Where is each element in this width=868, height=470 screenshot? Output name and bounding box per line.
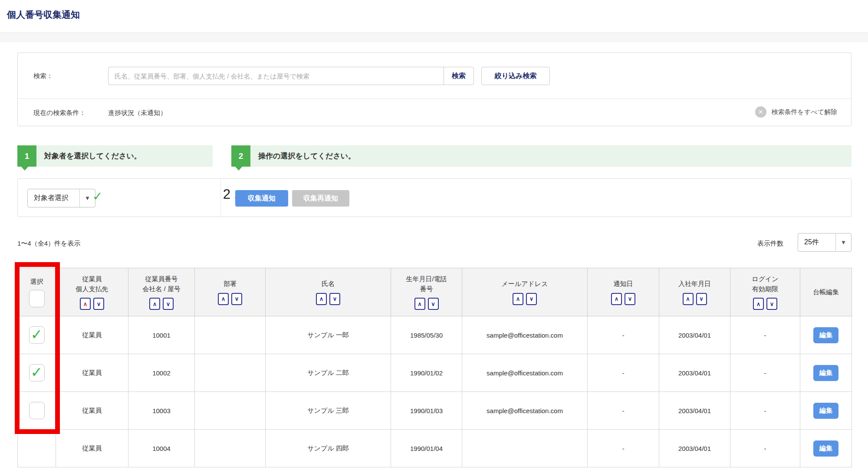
target-select-value: 対象者選択: [28, 189, 79, 207]
select-cell: [18, 392, 56, 430]
column-header-label: ログイン: [731, 274, 799, 284]
sort-desc-button[interactable]: ∨: [696, 293, 707, 305]
edit-button[interactable]: 編集: [813, 403, 838, 419]
sort-asc-button[interactable]: ∧: [611, 293, 622, 305]
table-cell: サンプル 二郎: [266, 354, 391, 392]
table-row: 従業員10002サンプル 二郎1990/01/02sample@officest…: [18, 354, 852, 392]
row-checkbox[interactable]: [29, 364, 45, 381]
column-header: 氏名∧∨: [266, 268, 391, 316]
sort-asc-button[interactable]: ∧: [513, 293, 523, 305]
select-cell: [18, 430, 56, 467]
filter-search-button[interactable]: 絞り込み検索: [481, 67, 550, 85]
select-cell: [18, 354, 56, 392]
collect-renotify-button[interactable]: 収集再通知: [292, 190, 349, 207]
table-cell: 従業員: [56, 392, 128, 430]
result-range-text: 1〜4（全4）件を表示: [17, 240, 80, 248]
edit-button[interactable]: 編集: [813, 327, 838, 343]
column-header-label: 氏名: [266, 279, 390, 289]
sort-controls: ∧∨: [129, 298, 194, 310]
select-all-checkbox[interactable]: [29, 290, 45, 307]
sort-controls: ∧∨: [731, 298, 799, 310]
sort-desc-button[interactable]: ∨: [93, 298, 104, 310]
edit-cell: 編集: [800, 316, 852, 354]
table-cell: sample@officestation.com: [462, 392, 588, 430]
sort-desc-button[interactable]: ∨: [329, 293, 340, 305]
sort-controls: ∧∨: [57, 298, 127, 310]
sort-asc-button[interactable]: ∧: [683, 293, 694, 305]
table-cell: 1990/01/03: [391, 392, 462, 430]
row-checkbox[interactable]: [29, 326, 45, 344]
chevron-down-icon: ▼: [835, 233, 851, 251]
results-table: 選択従業員個人支払先∧∨従業員番号会社名 / 屋号∧∨部署∧∨氏名∧∨生年月日/…: [17, 268, 852, 467]
column-header-label: 従業員: [57, 274, 127, 284]
sort-asc-button[interactable]: ∧: [753, 298, 764, 310]
table-cell: sample@officestation.com: [462, 354, 588, 392]
edit-cell: 編集: [800, 392, 852, 430]
column-header-label: 個人支払先: [57, 284, 127, 294]
step-1-text: 対象者を選択してください。: [44, 145, 141, 167]
sort-desc-button[interactable]: ∨: [625, 293, 635, 305]
edit-cell: 編集: [800, 354, 852, 392]
column-header: 従業員番号会社名 / 屋号∧∨: [128, 268, 195, 316]
column-header-label: 通知日: [589, 279, 658, 289]
table-row: 従業員10001サンプル 一郎1985/05/30sample@officest…: [18, 316, 852, 354]
edit-button[interactable]: 編集: [813, 440, 838, 457]
sort-controls: ∧∨: [266, 293, 390, 305]
table-cell: 10001: [128, 316, 195, 354]
sort-desc-button[interactable]: ∨: [526, 293, 537, 305]
column-header-label: 選択: [19, 277, 55, 287]
column-header-label: 台帳編集: [801, 287, 851, 297]
sort-asc-button[interactable]: ∧: [316, 293, 327, 305]
sort-desc-button[interactable]: ∨: [231, 293, 242, 305]
column-header-label: 会社名 / 屋号: [129, 284, 194, 294]
clear-x-icon[interactable]: ✕: [755, 106, 766, 118]
column-header: 生年月日/電話番号∧∨: [391, 268, 462, 316]
sort-controls: ∧∨: [463, 293, 586, 305]
per-page-label: 表示件数: [757, 240, 783, 248]
column-header: メールアドレス∧∨: [462, 268, 588, 316]
search-button[interactable]: 検索: [444, 67, 474, 85]
sort-asc-button[interactable]: ∧: [149, 298, 160, 310]
sort-controls: ∧∨: [660, 293, 729, 305]
sort-asc-button[interactable]: ∧: [218, 293, 229, 305]
title-divider: [0, 33, 868, 42]
per-page-value: 25件: [798, 233, 835, 251]
sort-controls: ∧∨: [196, 293, 264, 305]
edit-button[interactable]: 編集: [813, 365, 838, 381]
table-cell: 従業員: [56, 316, 128, 354]
search-row: 検索： 検索 絞り込み検索: [18, 53, 851, 99]
table-cell: 2003/04/01: [659, 316, 730, 354]
column-header-label: 部署: [196, 279, 264, 289]
table-cell: -: [730, 392, 800, 430]
table-cell: 1985/05/30: [391, 316, 462, 354]
table-cell: 2003/04/01: [659, 392, 730, 430]
sort-desc-button[interactable]: ∨: [428, 298, 439, 310]
table-cell: 10004: [128, 430, 195, 467]
column-header-label: 番号: [392, 284, 461, 294]
column-header: 選択: [18, 268, 56, 316]
sort-asc-button[interactable]: ∧: [414, 298, 425, 310]
step-1-badge: 1: [17, 145, 36, 167]
collect-notify-button[interactable]: 収集通知: [235, 190, 288, 207]
table-cell: [195, 430, 266, 467]
sort-asc-button[interactable]: ∧: [80, 298, 91, 310]
page: 個人番号収集通知 検索： 検索 絞り込み検索 現在の検索条件： 進捗状況（未通知…: [0, 0, 868, 470]
column-header: 通知日∧∨: [588, 268, 659, 316]
column-header-label: 生年月日/電話: [392, 274, 461, 284]
current-condition-value: 進捗状況（未通知）: [108, 109, 167, 117]
search-input[interactable]: [108, 67, 444, 85]
sort-desc-button[interactable]: ∨: [163, 298, 174, 310]
step-2-badge: 2: [231, 145, 250, 167]
column-header: 部署∧∨: [195, 268, 266, 316]
row-checkbox[interactable]: [29, 402, 45, 419]
table-cell: 2003/04/01: [659, 430, 730, 467]
table-cell: [195, 316, 266, 354]
table-cell: 2003/04/01: [659, 354, 730, 392]
per-page-dropdown[interactable]: 25件 ▼: [798, 233, 852, 252]
selected-count: 2: [200, 187, 230, 202]
current-condition-label: 現在の検索条件：: [33, 109, 85, 117]
table-cell: 従業員: [56, 430, 128, 467]
clear-all-conditions[interactable]: ✕ 検索条件をすべて解除: [755, 106, 837, 118]
sort-desc-button[interactable]: ∨: [766, 298, 777, 310]
target-select-dropdown[interactable]: 対象者選択 ▼: [27, 189, 95, 207]
